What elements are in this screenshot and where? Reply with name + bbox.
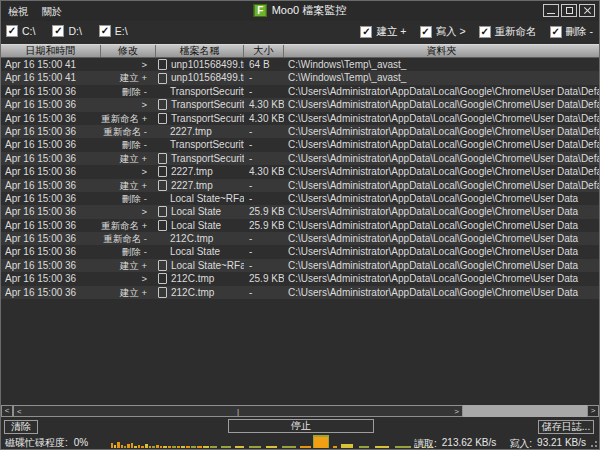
cell-filename: TransportSecurity~RF... (156, 85, 244, 98)
thumb-left-arrow-icon: < (17, 407, 22, 416)
table-row[interactable]: Apr 16 15:00 36重新命名 -212C.tmp-C:\Users\A… (1, 232, 599, 245)
read-value: 213.62 KB/s (442, 437, 496, 450)
cell-folder: C:\Users\Administrator\AppData\Local\Goo… (284, 259, 599, 272)
cell-date: Apr 16 15:00 36 (1, 179, 101, 192)
event-checkbox-0[interactable]: ✓建立 + (360, 25, 406, 39)
cell-filename: Local State~RFad91e3... (156, 192, 244, 205)
cell-size: - (244, 71, 284, 84)
activity-bar (124, 446, 126, 448)
table-row[interactable]: Apr 16 15:00 36建立 +212C.tmp-C:\Users\Adm… (1, 286, 599, 299)
table-row[interactable]: Apr 16 15:00 36建立 +TransportSecurity~RF.… (1, 152, 599, 165)
window-controls (543, 4, 595, 17)
activity-bar (121, 445, 123, 448)
drive-checkbox-0[interactable]: ✓C:\ (6, 25, 35, 37)
menu-item-1[interactable]: 關於 (42, 5, 62, 19)
scroll-left-button[interactable]: < (1, 405, 13, 417)
cell-filename: TransportSecurity (156, 112, 244, 125)
activity-bar (266, 446, 277, 448)
table-row[interactable]: Apr 16 15:00 36>212C.tmp25.9 KBC:\Users\… (1, 272, 599, 285)
activity-bar (341, 444, 353, 448)
activity-bar (163, 446, 167, 448)
activity-bar (177, 446, 180, 448)
activity-bar (375, 446, 389, 448)
drive-checkbox-1[interactable]: ✓D:\ (52, 25, 81, 37)
event-checkbox-1[interactable]: ✓寫入 > (420, 25, 466, 39)
thumb-grip-icon: | (237, 407, 239, 416)
table-row[interactable]: Apr 16 15:00 36>2227.tmp4.30 KBC:\Users\… (1, 165, 599, 178)
table-row[interactable]: Apr 16 15:00 36刪除 -Local State~RFad91e3.… (1, 192, 599, 205)
io-speed-status: 讀取: 213.62 KB/s 寫入: 93.21 KB/s (414, 437, 586, 450)
column-header-1[interactable]: 修改 (101, 45, 156, 57)
table-row[interactable]: Apr 16 15:00 36建立 +Local State~RFad91e3.… (1, 259, 599, 272)
checkbox-label: 刪除 - (566, 25, 593, 39)
resize-grip[interactable] (589, 439, 597, 447)
activity-bar (149, 446, 151, 448)
file-icon (158, 180, 167, 191)
scrollbar-track[interactable] (463, 405, 587, 417)
activity-bar (333, 446, 337, 448)
table-row[interactable]: Apr 16 15:00 36>TransportSecurity4.30 KB… (1, 98, 599, 111)
activity-bar (156, 445, 159, 448)
table-row[interactable]: Apr 16 15:00 36>Local State25.9 KBC:\Use… (1, 205, 599, 218)
table-row[interactable]: Apr 16 15:00 36刪除 -TransportSecurity-C:\… (1, 138, 599, 151)
event-checkbox-2[interactable]: ✓重新命名 (479, 25, 537, 39)
minimize-button[interactable] (543, 4, 559, 17)
filename-text: TransportSecurity~RF... (171, 152, 244, 165)
horizontal-scrollbar[interactable]: < < | > > (1, 405, 599, 417)
cell-folder: C:\Users\Administrator\AppData\Local\Goo… (284, 245, 599, 258)
table-row[interactable]: Apr 16 15:00 36重新命名 +Local State25.9 KBC… (1, 219, 599, 232)
checkbox-box: ✓ (6, 25, 18, 37)
cell-date: Apr 16 15:00 36 (1, 98, 101, 111)
maximize-button[interactable] (561, 4, 577, 17)
menu-item-0[interactable]: 檢視 (8, 5, 28, 19)
minimize-icon (547, 13, 555, 14)
save-log-button[interactable]: 儲存日誌... (538, 420, 594, 434)
table-row[interactable]: Apr 16 15:00 36建立 +2227.tmp-C:\Users\Adm… (1, 179, 599, 192)
close-button[interactable] (579, 4, 595, 17)
cell-operation: > (101, 272, 156, 285)
clear-button[interactable]: 清除 (4, 420, 38, 434)
table-row[interactable]: Apr 16 15:00 41建立 +unp101568499.tmp-C:\W… (1, 71, 599, 84)
activity-bar (117, 442, 120, 448)
table-row[interactable]: Apr 16 15:00 41>unp101568499.tmp64 BC:\W… (1, 58, 599, 71)
drive-checkbox-2[interactable]: ✓E:\ (99, 25, 128, 37)
cell-filename: Local State~RFad91e3... (156, 259, 244, 272)
menu-bar: 檢視關於 (8, 5, 62, 19)
table-row[interactable]: Apr 16 15:00 36重新命名 +TransportSecurity4.… (1, 112, 599, 125)
cell-size: - (244, 179, 284, 192)
filename-text: TransportSecurity~RF... (170, 85, 244, 98)
cell-size: 4.30 KB (244, 112, 284, 125)
cell-filename: 2227.tmp (156, 165, 244, 178)
table-row[interactable]: Apr 16 15:00 36刪除 -Local State-C:\Users\… (1, 245, 599, 258)
cell-folder: C:\Users\Administrator\AppData\Local\Goo… (284, 98, 599, 111)
checkbox-label: E:\ (115, 25, 128, 37)
table-row[interactable]: Apr 16 15:00 36重新命名 -2227.tmp-C:\Users\A… (1, 125, 599, 138)
scroll-right-button[interactable]: > (587, 405, 599, 417)
cell-date: Apr 16 15:00 36 (1, 165, 101, 178)
cell-operation: > (101, 58, 156, 71)
file-icon (158, 153, 167, 164)
cell-date: Apr 16 15:00 36 (1, 152, 101, 165)
activity-bar (114, 445, 116, 448)
file-icon (158, 73, 167, 84)
activity-bar (210, 446, 217, 448)
filename-text: TransportSecurity (170, 138, 244, 151)
cell-filename: unp101568499.tmp (156, 71, 244, 84)
column-header-4[interactable]: 資料夾 (284, 45, 599, 57)
cell-size: - (244, 152, 284, 165)
column-header-3[interactable]: 大小 (244, 45, 284, 57)
disk-busy-label: 磁碟忙碌程度: (5, 437, 68, 448)
table-row[interactable]: Apr 16 15:00 36刪除 -TransportSecurity~RF.… (1, 85, 599, 98)
event-checkbox-3[interactable]: ✓刪除 - (550, 25, 593, 39)
cell-folder: C:\Users\Administrator\AppData\Local\Goo… (284, 219, 599, 232)
filename-text: Local State (171, 205, 221, 218)
cell-filename: 212C.tmp (156, 286, 244, 299)
column-header-0[interactable]: 日期和時間 (1, 45, 101, 57)
checkbox-box: ✓ (99, 25, 111, 37)
checkbox-box: ✓ (550, 26, 562, 38)
cell-size: - (244, 245, 284, 258)
column-header-2[interactable]: 檔案名稱 (156, 45, 244, 57)
scrollbar-thumb[interactable]: < | > (13, 405, 463, 417)
stop-button[interactable]: 停止 (228, 419, 374, 433)
cell-size: - (244, 138, 284, 151)
